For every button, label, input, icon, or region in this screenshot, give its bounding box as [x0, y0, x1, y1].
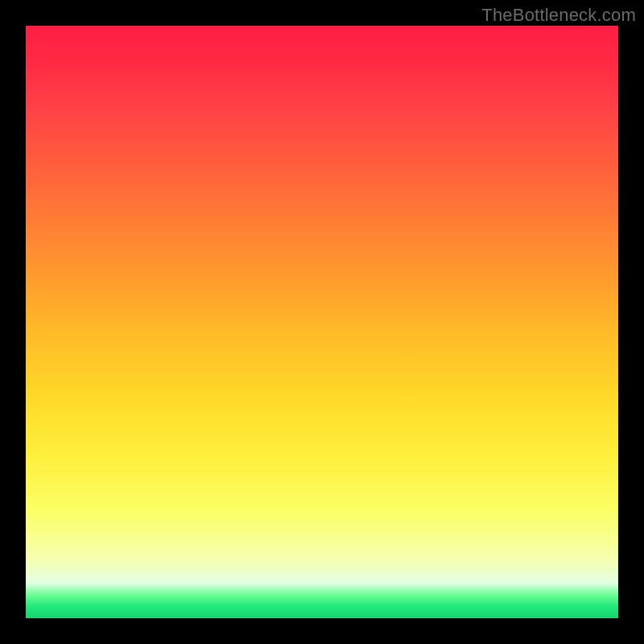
plot-area	[26, 26, 618, 618]
chart-frame: TheBottleneck.com	[0, 0, 644, 644]
background-gradient	[26, 26, 618, 618]
watermark-text: TheBottleneck.com	[481, 5, 636, 26]
